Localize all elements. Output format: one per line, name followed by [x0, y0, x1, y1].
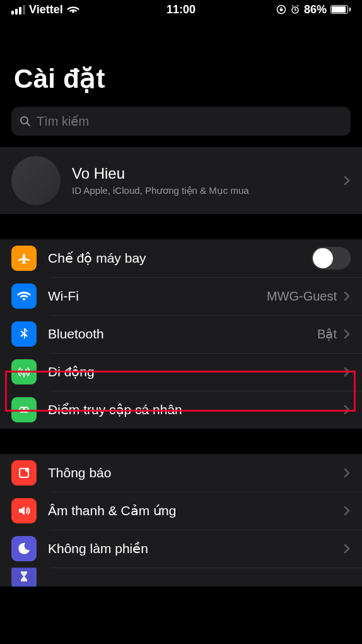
- dnd-row[interactable]: Không làm phiền: [0, 530, 362, 568]
- battery-icon: [330, 5, 351, 14]
- sound-icon: [11, 498, 37, 523]
- apple-id-row[interactable]: Vo Hieu ID Apple, iCloud, Phương tiện & …: [0, 147, 362, 214]
- chevron-right-icon: [343, 404, 351, 415]
- airplane-mode-label: Chế độ máy bay: [48, 251, 146, 266]
- sound-label: Âm thanh & Cảm ứng: [48, 503, 176, 518]
- status-bar: Viettel 11:00 86%: [0, 0, 362, 19]
- hourglass-icon: [11, 568, 37, 587]
- notifications-row[interactable]: Thông báo: [0, 454, 362, 492]
- chevron-right-icon: [343, 328, 351, 340]
- chevron-right-icon: [343, 543, 351, 554]
- search-input[interactable]: [37, 114, 343, 129]
- notifications-icon: [11, 460, 37, 486]
- network-group: Chế độ máy bay Wi-Fi MWG-Guest Bluetooth…: [0, 239, 362, 429]
- wifi-label: Wi-Fi: [48, 289, 79, 304]
- cellular-icon: [11, 359, 37, 385]
- hotspot-row[interactable]: Điểm truy cập cá nhân: [0, 391, 362, 429]
- wifi-row[interactable]: Wi-Fi MWG-Guest: [0, 277, 362, 315]
- cellular-row[interactable]: Di động: [0, 353, 362, 391]
- airplane-mode-row[interactable]: Chế độ máy bay: [0, 239, 362, 277]
- avatar: [11, 156, 61, 205]
- chevron-right-icon: [343, 290, 351, 302]
- notifications-label: Thông báo: [48, 465, 111, 480]
- cellular-label: Di động: [48, 364, 95, 379]
- chevron-right-icon: [343, 175, 351, 186]
- svg-line-3: [27, 123, 30, 126]
- profile-subtitle: ID Apple, iCloud, Phương tiện & Mục mua: [72, 185, 249, 196]
- clock: 11:00: [0, 3, 362, 16]
- bluetooth-label: Bluetooth: [48, 326, 104, 342]
- sound-row[interactable]: Âm thanh & Cảm ứng: [0, 492, 362, 530]
- wifi-value: MWG-Guest: [267, 289, 337, 304]
- wifi-settings-icon: [11, 283, 37, 309]
- svg-point-9: [25, 468, 29, 472]
- bluetooth-row[interactable]: Bluetooth Bật: [0, 315, 362, 353]
- chevron-right-icon: [343, 366, 351, 378]
- hotspot-label: Điểm truy cập cá nhân: [48, 402, 182, 417]
- profile-name: Vo Hieu: [72, 165, 249, 182]
- search-icon: [19, 115, 32, 128]
- bluetooth-value: Bật: [317, 326, 337, 342]
- airplane-mode-toggle[interactable]: [312, 247, 351, 270]
- moon-icon: [11, 536, 37, 561]
- hotspot-icon: [11, 397, 37, 422]
- chevron-right-icon: [343, 505, 351, 516]
- dnd-label: Không làm phiền: [48, 541, 148, 556]
- chevron-right-icon: [343, 467, 351, 479]
- screen-time-row[interactable]: [0, 568, 362, 587]
- page-title: Cài đặt: [14, 63, 348, 94]
- bluetooth-icon: [11, 321, 37, 347]
- general-group: Thông báo Âm thanh & Cảm ứng Không làm p…: [0, 454, 362, 587]
- airplane-icon: [11, 246, 37, 271]
- search-bar[interactable]: [11, 107, 351, 136]
